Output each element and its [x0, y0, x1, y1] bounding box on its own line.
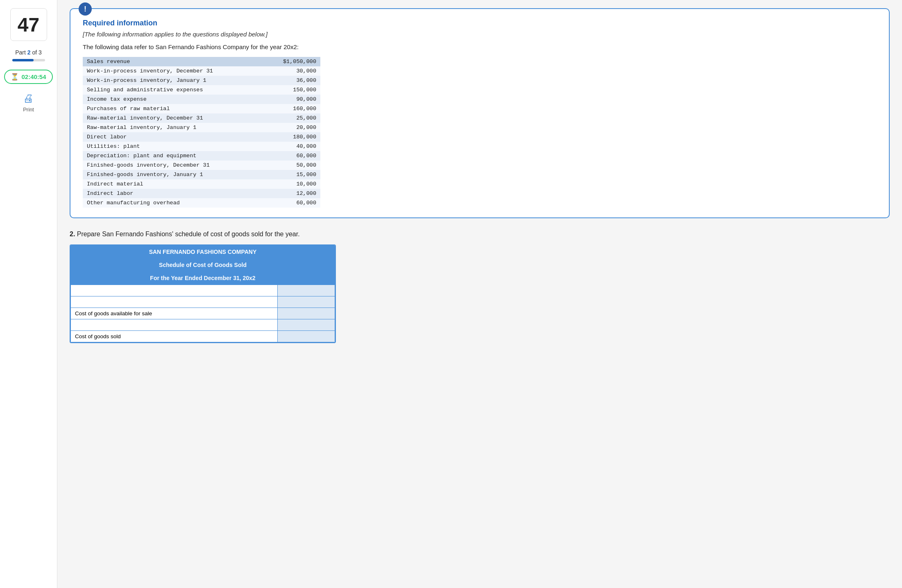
- data-label: Income tax expense: [83, 95, 261, 104]
- data-value: 36,000: [261, 76, 320, 85]
- data-table-row: Depreciation: plant and equipment 60,000: [83, 151, 320, 161]
- data-label: Direct labor: [83, 132, 261, 142]
- print-button[interactable]: 🖨 Print: [23, 92, 34, 113]
- answer-value-cell[interactable]: [278, 331, 335, 342]
- data-label: Indirect material: [83, 179, 261, 189]
- data-label: Purchases of raw material: [83, 104, 261, 113]
- data-label: Raw-material inventory, December 31: [83, 113, 261, 123]
- data-label: Work-in-process inventory, December 31: [83, 66, 261, 76]
- data-value: 10,000: [261, 179, 320, 189]
- data-label: Raw-material inventory, January 1: [83, 123, 261, 132]
- data-table-row: Finished-goods inventory, December 31 50…: [83, 161, 320, 170]
- part-progress-bar: [12, 59, 45, 61]
- data-value: 90,000: [261, 95, 320, 104]
- answer-table-row[interactable]: [71, 296, 335, 308]
- answer-table-wrapper: SAN FERNANDO FASHIONS COMPANY Schedule o…: [70, 244, 336, 343]
- timer-display: 02:40:54: [21, 73, 46, 80]
- data-value: 15,000: [261, 170, 320, 179]
- data-table: Sales revenue $1,050,000 Work-in-process…: [83, 57, 320, 208]
- answer-table-row: Cost of goods available for sale: [71, 308, 335, 319]
- company-name-header: SAN FERNANDO FASHIONS COMPANY: [70, 245, 335, 258]
- data-table-row: Raw-material inventory, January 1 20,000: [83, 123, 320, 132]
- answer-value-cell[interactable]: [278, 308, 335, 319]
- answer-label-cell: Cost of goods available for sale: [71, 308, 278, 319]
- timer-box: ⏳ 02:40:54: [4, 70, 52, 84]
- schedule-title-header: Schedule of Cost of Goods Sold: [70, 258, 335, 271]
- data-value: 150,000: [261, 85, 320, 95]
- data-table-row: Sales revenue $1,050,000: [83, 57, 320, 66]
- answer-value-input[interactable]: [282, 299, 331, 305]
- data-label: Finished-goods inventory, December 31: [83, 161, 261, 170]
- answer-label-cell: Cost of goods sold: [71, 331, 278, 342]
- question-number: 47: [18, 14, 39, 36]
- data-table-row: Other manufacturing overhead 60,000: [83, 198, 320, 208]
- answer-value-input[interactable]: [282, 287, 331, 294]
- data-table-row: Work-in-process inventory, December 31 3…: [83, 66, 320, 76]
- data-table-row: Utilities: plant 40,000: [83, 142, 320, 151]
- answer-label-input[interactable]: [75, 287, 273, 294]
- main-content: ! Required information [The following in…: [57, 0, 902, 588]
- data-value: $1,050,000: [261, 57, 320, 66]
- required-info-subtitle: [The following information applies to th…: [83, 31, 877, 38]
- question-text: 2. Prepare San Fernando Fashions' schedu…: [70, 231, 890, 238]
- data-label: Selling and administrative expenses: [83, 85, 261, 95]
- part-progress-fill: [12, 59, 34, 61]
- data-value: 12,000: [261, 189, 320, 198]
- data-value: 20,000: [261, 123, 320, 132]
- required-info-card: ! Required information [The following in…: [70, 8, 890, 218]
- answer-label-cell[interactable]: [71, 285, 278, 296]
- data-value: 40,000: [261, 142, 320, 151]
- answer-label-input[interactable]: [75, 299, 273, 305]
- data-table-row: Purchases of raw material 160,000: [83, 104, 320, 113]
- data-value: 30,000: [261, 66, 320, 76]
- data-value: 25,000: [261, 113, 320, 123]
- data-label: Work-in-process inventory, January 1: [83, 76, 261, 85]
- question-body: Prepare San Fernando Fashions' schedule …: [77, 231, 300, 237]
- answer-label-cell[interactable]: [71, 319, 278, 331]
- answer-value-cell[interactable]: [278, 319, 335, 331]
- data-label: Finished-goods inventory, January 1: [83, 170, 261, 179]
- question-number-box: 47: [10, 8, 47, 41]
- data-label: Depreciation: plant and equipment: [83, 151, 261, 161]
- required-info-title: Required information: [83, 19, 877, 27]
- data-value: 60,000: [261, 151, 320, 161]
- question-number-label: 2.: [70, 231, 75, 237]
- data-table-row: Income tax expense 90,000: [83, 95, 320, 104]
- data-label: Indirect labor: [83, 189, 261, 198]
- data-table-row: Indirect labor 12,000: [83, 189, 320, 198]
- data-label: Sales revenue: [83, 57, 261, 66]
- answer-label-input[interactable]: [75, 322, 273, 328]
- answer-table-row[interactable]: [71, 285, 335, 296]
- period-header: For the Year Ended December 31, 20x2: [70, 271, 335, 285]
- data-table-row: Selling and administrative expenses 150,…: [83, 85, 320, 95]
- data-label: Other manufacturing overhead: [83, 198, 261, 208]
- answer-label-cell[interactable]: [71, 296, 278, 308]
- answer-table-row[interactable]: [71, 319, 335, 331]
- answer-value-input[interactable]: [282, 322, 331, 328]
- data-value: 60,000: [261, 198, 320, 208]
- answer-value-cell[interactable]: [278, 285, 335, 296]
- question-section: 2. Prepare San Fernando Fashions' schedu…: [70, 231, 890, 343]
- data-table-row: Finished-goods inventory, January 1 15,0…: [83, 170, 320, 179]
- answer-value-input[interactable]: [282, 310, 331, 317]
- part-label: Part 2 of 3: [15, 49, 42, 56]
- answer-table: Cost of goods available for saleCost of …: [70, 285, 335, 342]
- data-value: 50,000: [261, 161, 320, 170]
- print-icon: 🖨: [23, 92, 34, 105]
- required-info-desc: The following data refer to San Fernando…: [83, 43, 877, 50]
- answer-value-cell[interactable]: [278, 296, 335, 308]
- data-label: Utilities: plant: [83, 142, 261, 151]
- answer-value-input[interactable]: [282, 333, 331, 339]
- info-icon: !: [79, 2, 92, 16]
- data-value: 160,000: [261, 104, 320, 113]
- answer-table-row: Cost of goods sold: [71, 331, 335, 342]
- data-table-row: Raw-material inventory, December 31 25,0…: [83, 113, 320, 123]
- data-value: 180,000: [261, 132, 320, 142]
- sidebar: 47 Part 2 of 3 ⏳ 02:40:54 🖨 Print: [0, 0, 57, 588]
- data-table-row: Direct labor 180,000: [83, 132, 320, 142]
- data-table-row: Indirect material 10,000: [83, 179, 320, 189]
- data-table-row: Work-in-process inventory, January 1 36,…: [83, 76, 320, 85]
- timer-icon: ⏳: [11, 73, 19, 81]
- print-label: Print: [23, 106, 34, 113]
